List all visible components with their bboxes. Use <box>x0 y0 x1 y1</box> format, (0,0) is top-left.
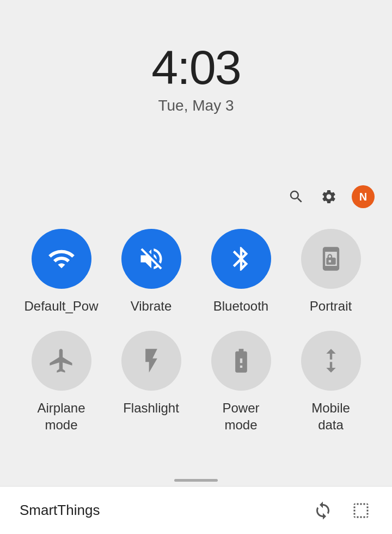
tile-wifi-label: Default_Pow <box>24 298 98 314</box>
tiles-section: Default_Pow Vibrate <box>0 229 392 450</box>
smartthings-device-icon[interactable] <box>311 499 334 522</box>
tile-mobile-data[interactable]: Mobiledata <box>293 331 369 433</box>
tile-bluetooth[interactable]: Bluetooth <box>203 229 279 314</box>
settings-icon[interactable] <box>319 187 339 207</box>
tile-flashlight-circle <box>121 331 181 391</box>
avatar[interactable]: N <box>352 185 375 208</box>
tile-mobile-data-label: Mobiledata <box>311 399 350 433</box>
tile-airplane[interactable]: Airplanemode <box>23 331 100 433</box>
screen: 4:03 Tue, May 3 N D <box>0 0 392 534</box>
tile-mobile-data-circle <box>301 331 361 391</box>
search-icon[interactable] <box>286 187 306 207</box>
clock-time: 4:03 <box>151 44 240 92</box>
tile-power-mode-circle <box>211 331 271 391</box>
tile-airplane-label: Airplanemode <box>37 399 85 433</box>
tile-power-mode[interactable]: Powermode <box>203 331 279 433</box>
tile-flashlight[interactable]: Flashlight <box>113 331 189 433</box>
clock-date: Tue, May 3 <box>158 97 234 114</box>
tiles-row-1: Default_Pow Vibrate <box>16 229 376 314</box>
tile-flashlight-label: Flashlight <box>123 399 179 416</box>
tile-bluetooth-label: Bluetooth <box>213 298 268 314</box>
tiles-row-2: Airplanemode Flashlight <box>16 331 376 433</box>
top-icons: N <box>286 185 375 208</box>
smartthings-settings-icon[interactable] <box>350 499 372 522</box>
clock-section: 4:03 Tue, May 3 <box>151 44 240 114</box>
bottom-icons <box>311 499 372 522</box>
tile-airplane-circle <box>32 331 91 391</box>
bottom-bar: SmartThings <box>0 486 392 534</box>
tile-vibrate-circle <box>121 229 181 289</box>
smartthings-label: SmartThings <box>20 502 100 519</box>
tile-portrait-label: Portrait <box>310 298 352 314</box>
tile-vibrate-label: Vibrate <box>131 298 172 314</box>
tile-portrait[interactable]: Portrait <box>293 229 369 314</box>
tile-wifi-circle <box>32 229 91 289</box>
home-indicator <box>174 479 218 482</box>
tile-portrait-circle <box>301 229 361 289</box>
tile-vibrate[interactable]: Vibrate <box>113 229 189 314</box>
tile-power-mode-label: Powermode <box>222 399 259 433</box>
tile-wifi[interactable]: Default_Pow <box>23 229 100 314</box>
tile-bluetooth-circle <box>211 229 271 289</box>
